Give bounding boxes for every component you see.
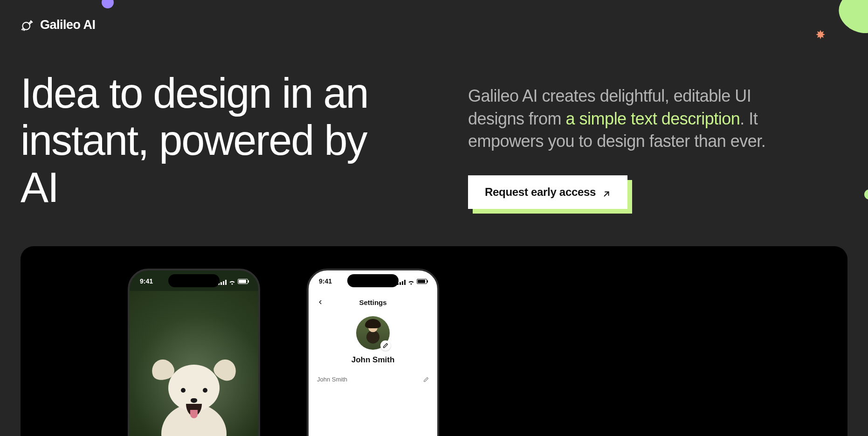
svg-line-2 <box>23 28 24 30</box>
hero-section: Idea to design in an instant, powered by… <box>21 70 847 211</box>
wifi-icon <box>407 279 415 284</box>
phone-notch <box>168 274 220 287</box>
decoration-purple-dot <box>102 0 114 8</box>
phone-time: 9:41 <box>319 277 332 285</box>
decoration-orange-star <box>815 30 826 41</box>
hero-left: Idea to design in an instant, powered by… <box>21 70 384 211</box>
site-header: Galileo AI <box>21 18 96 32</box>
logo-icon <box>21 19 34 32</box>
phone-mockup-dark: 9:41 <box>128 269 260 436</box>
settings-row-label: John Smith <box>317 376 347 383</box>
svg-line-4 <box>605 192 609 196</box>
decoration-green-dot <box>864 189 868 200</box>
avatar-wrap <box>356 316 390 350</box>
decoration-green-blob <box>833 0 868 40</box>
showcase-panel: 9:41 <box>21 246 847 436</box>
back-icon[interactable] <box>317 299 324 305</box>
phone-notch <box>347 274 399 287</box>
svg-rect-10 <box>400 282 401 285</box>
cta-label: Request early access <box>485 186 596 199</box>
request-early-access-button[interactable]: Request early access <box>468 175 627 209</box>
svg-rect-12 <box>404 280 406 285</box>
settings-header: Settings <box>317 297 429 308</box>
svg-rect-8 <box>225 280 227 285</box>
phone-status-icons <box>218 279 248 284</box>
hero-title: Idea to design in an instant, powered by… <box>21 70 384 211</box>
hero-right: Galileo AI creates delightful, editable … <box>468 70 804 211</box>
arrow-up-right-icon <box>602 188 611 196</box>
phone-mockup-light: 9:41 Settings <box>307 269 439 436</box>
phone-time: 9:41 <box>140 277 153 285</box>
wifi-icon <box>228 279 236 284</box>
svg-rect-7 <box>223 281 224 285</box>
settings-screen: Settings John Smith John Smith <box>309 291 437 436</box>
svg-line-3 <box>24 29 25 30</box>
phone-status-icons <box>397 279 427 284</box>
svg-rect-6 <box>220 282 222 285</box>
battery-icon <box>238 279 248 284</box>
cta-wrap: Request early access <box>468 175 627 209</box>
battery-icon <box>417 279 427 284</box>
profile-name: John Smith <box>317 355 429 365</box>
dog-illustration <box>150 353 238 436</box>
logo-text[interactable]: Galileo AI <box>40 18 96 32</box>
svg-rect-11 <box>402 281 403 285</box>
hero-desc-accent: a simple text description <box>566 109 740 128</box>
phone-dark-image <box>130 291 258 436</box>
settings-title: Settings <box>359 298 386 306</box>
hero-description: Galileo AI creates delightful, editable … <box>468 85 804 153</box>
edit-avatar-badge[interactable] <box>380 340 391 351</box>
settings-row[interactable]: John Smith <box>317 373 429 386</box>
edit-icon <box>423 377 429 382</box>
